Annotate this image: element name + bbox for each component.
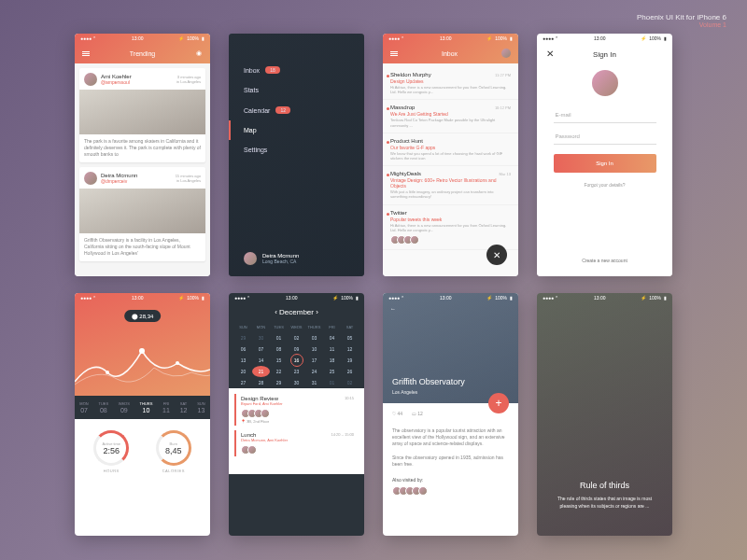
page-title: Trending xyxy=(130,50,155,57)
onboarding-desc: The rule of thirds states that an image … xyxy=(537,496,672,510)
post-card[interactable]: Ami Koehler@amperssoul 3 minutes agoin L… xyxy=(79,68,205,162)
svg-point-2 xyxy=(176,361,179,365)
close-fab[interactable]: ✕ xyxy=(486,245,507,265)
place-title: Griffith Observatory xyxy=(392,377,465,386)
menu-item-inbox[interactable]: Inbox18 xyxy=(244,60,349,80)
svg-point-0 xyxy=(139,348,145,354)
status-bar: ●●●● ⌃13:00⚡ 100% ▮ xyxy=(75,34,210,43)
back-icon[interactable]: ← xyxy=(383,302,518,315)
also-visited: Also visited by: xyxy=(383,471,518,501)
menu-item-calendar[interactable]: Calendar12 xyxy=(244,100,349,120)
screen-signin: ●●●● ⌃13:00⚡ 100% ▮ ✕ Sign In E-mail Pas… xyxy=(537,34,672,276)
day-selector[interactable]: MON07 TUES08 WEDS09 THURS10 FRI11 SAT12 … xyxy=(75,396,210,419)
menu-item-settings[interactable]: Settings xyxy=(244,140,349,160)
post-image xyxy=(79,90,205,134)
event-row[interactable]: 14:20 – 15:00 Lunch Detra Mcmunn, Ami Ko… xyxy=(234,430,359,456)
create-account-link[interactable]: Create a new account xyxy=(537,258,672,263)
screen-onboarding: ●●●● ⌃13:00⚡ 100% ▮ Rule of thirds The r… xyxy=(537,293,672,536)
screen-menu: Inbox18 Stats Calendar12 Map Settings De… xyxy=(229,34,364,276)
post-image xyxy=(79,189,205,233)
screen-place: ●●●● ⌃13:00⚡ 100% ▮ ← Griffith Observato… xyxy=(383,293,518,536)
menu-item-map[interactable]: Map xyxy=(229,120,349,140)
avatar[interactable] xyxy=(84,73,97,86)
post-text: The park is a favorite among skaters in … xyxy=(84,138,201,158)
screen-trending: ●●●● ⌃13:00⚡ 100% ▮ Trending ◉ Ami Koehl… xyxy=(75,34,210,276)
message-row[interactable]: Product HuntOur favorite G-F appsWe know… xyxy=(383,133,518,166)
month-title: ‹ December › xyxy=(229,302,364,322)
chart-value-badge: ⬤ 28,34 xyxy=(124,310,162,322)
signin-button[interactable]: Sign In xyxy=(554,154,656,173)
author-handle: @amperssoul xyxy=(101,79,132,85)
password-field[interactable]: Password xyxy=(554,129,656,145)
menu-item-stats[interactable]: Stats xyxy=(244,80,349,100)
post-card[interactable]: Detra Mcmunn@dmperceiv 15 minutes agoin … xyxy=(79,167,205,261)
activity-chart xyxy=(75,340,210,396)
avatar[interactable] xyxy=(501,49,511,58)
place-location: Los Angeles xyxy=(392,389,417,395)
avatar xyxy=(244,252,257,265)
message-row[interactable]: MightyDealsVintage Design: 600+ Retro Ve… xyxy=(383,166,518,204)
screen-inbox: ●●●● ⌃13:00⚡ 100% ▮ Inbox Sheldon Murphy… xyxy=(383,34,518,276)
gauge-active-time: Active time2:56 HOURS xyxy=(93,430,129,473)
message-row[interactable]: TwitterPopular tweets this weekHi Adrian… xyxy=(383,205,518,250)
message-row[interactable]: Sheldon MurphyDesign UpdatesHi Adrian, t… xyxy=(383,67,518,100)
email-field[interactable]: E-mail xyxy=(554,107,656,123)
page-title: Inbox xyxy=(442,50,458,57)
close-icon[interactable]: ✕ xyxy=(546,49,554,59)
badge: 12 xyxy=(275,106,290,114)
menu-icon[interactable] xyxy=(390,49,398,57)
onboarding-title: Rule of thirds xyxy=(580,481,629,490)
avatar[interactable] xyxy=(84,172,97,185)
add-fab[interactable]: + xyxy=(488,393,509,413)
place-description: The observatory is a popular tourist att… xyxy=(383,424,518,451)
user-footer[interactable]: Detra McmunnLong Beach, CA xyxy=(244,252,299,265)
page-title: Sign In xyxy=(537,50,672,59)
avatar xyxy=(592,70,618,96)
screen-stats: ●●●● ⌃13:00⚡ 100% ▮ ⬤ 28,34 MON07 TUES08… xyxy=(75,293,210,536)
message-row[interactable]: MassdropWe Are Just Getting StartedTenka… xyxy=(383,100,518,133)
forgot-link[interactable]: Forgot your details? xyxy=(537,182,672,188)
badge: 18 xyxy=(265,66,280,74)
menu-icon[interactable] xyxy=(82,49,90,57)
screen-calendar: ●●●● ⌃13:00⚡ 100% ▮ ‹ December › SUNMONT… xyxy=(229,293,364,536)
gauge-burn: Burn8,45 CALORIES xyxy=(156,430,191,473)
kit-title: Phoenix UI Kit for iPhone 6 Volume 1 xyxy=(637,13,726,28)
globe-icon[interactable]: ◉ xyxy=(195,49,203,57)
event-row[interactable]: 10:15 Design Review Bryant Ford, Ami Koe… xyxy=(234,394,359,426)
svg-point-1 xyxy=(106,371,109,374)
calendar-grid[interactable]: SUNMONTUESWEDSTHURSFRISAT 29300102030405… xyxy=(229,322,364,388)
